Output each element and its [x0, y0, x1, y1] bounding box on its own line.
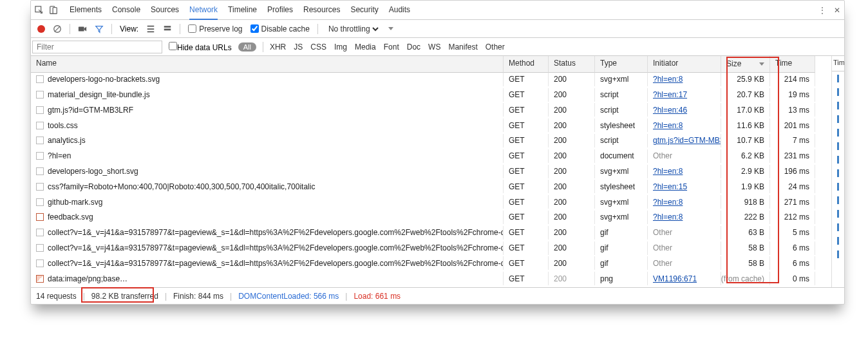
filter-type-manifest[interactable]: Manifest: [448, 42, 477, 52]
tab-security[interactable]: Security: [350, 1, 378, 20]
filter-type-doc[interactable]: Doc: [407, 42, 420, 52]
kebab-icon[interactable]: ⋮: [818, 6, 826, 15]
tab-console[interactable]: Console: [112, 1, 140, 20]
cell-name[interactable]: gtm.js?id=GTM-MB3LRF: [31, 103, 504, 117]
col-initiator[interactable]: Initiator: [648, 56, 721, 73]
cell-size[interactable]: 63 B: [721, 226, 770, 240]
cell-initiator[interactable]: ?hl=en:8: [648, 211, 721, 224]
cell-status[interactable]: 200: [549, 88, 595, 102]
cell-type[interactable]: svg+xml: [595, 211, 648, 224]
filter-type-media[interactable]: Media: [355, 42, 376, 52]
cell-size[interactable]: 58 B: [721, 241, 770, 255]
device-icon[interactable]: [49, 6, 58, 15]
cell-status[interactable]: 200: [549, 165, 595, 178]
filter-type-other[interactable]: Other: [486, 42, 505, 52]
cell-type[interactable]: gif: [595, 226, 648, 240]
cell-time[interactable]: 5 ms: [770, 226, 815, 240]
cell-initiator[interactable]: Other: [648, 226, 721, 240]
cell-time[interactable]: 212 ms: [770, 211, 815, 224]
cell-name[interactable]: collect?v=1&_v=j41&a=931578977&t=pagevie…: [31, 256, 504, 270]
col-name[interactable]: Name: [31, 56, 504, 73]
camera-icon[interactable]: [78, 24, 87, 33]
cell-initiator[interactable]: ?hl=en:8: [648, 195, 721, 209]
cell-initiator[interactable]: ?hl=en:8: [648, 165, 721, 178]
cell-size[interactable]: 11.6 KB: [721, 118, 770, 132]
cell-method[interactable]: GET: [504, 272, 549, 285]
cell-method[interactable]: GET: [504, 73, 549, 86]
cell-status[interactable]: 200: [549, 272, 595, 285]
filter-type-js[interactable]: JS: [294, 42, 303, 52]
col-time[interactable]: Time: [770, 56, 815, 73]
cell-name[interactable]: tools.css: [31, 118, 504, 132]
col-status[interactable]: Status: [549, 56, 595, 73]
cell-time[interactable]: 231 ms: [770, 149, 815, 163]
cell-time[interactable]: 214 ms: [770, 73, 815, 86]
cell-type[interactable]: stylesheet: [595, 118, 648, 132]
cell-name[interactable]: material_design_lite-bundle.js: [31, 88, 504, 102]
cell-size[interactable]: 25.9 KB: [721, 73, 770, 86]
cell-time[interactable]: 201 ms: [770, 118, 815, 132]
cell-method[interactable]: GET: [504, 180, 549, 193]
cell-initiator[interactable]: Other: [648, 149, 721, 163]
cell-name[interactable]: css?family=Roboto+Mono:400,700|Roboto:40…: [31, 180, 504, 193]
cell-name[interactable]: developers-logo_short.svg: [31, 165, 504, 178]
tab-timeline[interactable]: Timeline: [228, 1, 257, 20]
filter-icon[interactable]: [95, 24, 104, 33]
cell-type[interactable]: gif: [595, 241, 648, 255]
cell-initiator[interactable]: ?hl=en:15: [648, 180, 721, 193]
cell-method[interactable]: GET: [504, 103, 549, 117]
filter-input[interactable]: [32, 41, 162, 53]
cell-type[interactable]: svg+xml: [595, 195, 648, 209]
cell-initiator[interactable]: ?hl=en:8: [648, 73, 721, 86]
hide-data-urls-checkbox[interactable]: Hide data URLs: [169, 42, 232, 52]
throttling-select[interactable]: No throttling: [326, 24, 381, 34]
view-list-icon[interactable]: [146, 24, 155, 33]
cell-status[interactable]: 200: [549, 256, 595, 270]
cell-method[interactable]: GET: [504, 256, 549, 270]
cell-time[interactable]: 6 ms: [770, 241, 815, 255]
tab-resources[interactable]: Resources: [303, 1, 340, 20]
cell-method[interactable]: GET: [504, 211, 549, 224]
disable-cache-checkbox[interactable]: Disable cache: [250, 24, 310, 33]
cell-method[interactable]: GET: [504, 88, 549, 102]
filter-type-ws[interactable]: WS: [428, 42, 440, 52]
filter-type-css[interactable]: CSS: [310, 42, 326, 52]
clear-icon[interactable]: [53, 24, 62, 33]
cell-size[interactable]: 222 B: [721, 211, 770, 224]
cell-type[interactable]: svg+xml: [595, 73, 648, 86]
cell-initiator[interactable]: VM1196:671: [648, 272, 721, 285]
cell-method[interactable]: GET: [504, 118, 549, 132]
cell-time[interactable]: 19 ms: [770, 88, 815, 102]
cell-time[interactable]: 271 ms: [770, 195, 815, 209]
cell-time[interactable]: 6 ms: [770, 256, 815, 270]
filter-type-xhr[interactable]: XHR: [270, 42, 286, 52]
cell-size[interactable]: (from cache): [721, 272, 770, 285]
record-button[interactable]: [37, 25, 45, 33]
cell-method[interactable]: GET: [504, 149, 549, 163]
cell-name[interactable]: ?hl=en: [31, 149, 504, 163]
cell-method[interactable]: GET: [504, 134, 549, 147]
cell-status[interactable]: 200: [549, 149, 595, 163]
cell-name[interactable]: github-mark.svg: [31, 195, 504, 209]
col-method[interactable]: Method: [504, 56, 549, 73]
cell-initiator[interactable]: ?hl=en:46: [648, 103, 721, 117]
cell-initiator[interactable]: Other: [648, 241, 721, 255]
cell-status[interactable]: 200: [549, 118, 595, 132]
cell-type[interactable]: script: [595, 134, 648, 147]
cell-time[interactable]: 13 ms: [770, 103, 815, 117]
cell-status[interactable]: 200: [549, 180, 595, 193]
cell-status[interactable]: 200: [549, 103, 595, 117]
cell-status[interactable]: 200: [549, 241, 595, 255]
cell-type[interactable]: svg+xml: [595, 165, 648, 178]
cell-size[interactable]: 2.9 KB: [721, 165, 770, 178]
cell-size[interactable]: 1.9 KB: [721, 180, 770, 193]
preserve-log-checkbox[interactable]: Preserve log: [188, 24, 242, 33]
cell-status[interactable]: 200: [549, 73, 595, 86]
cell-initiator[interactable]: ?hl=en:17: [648, 88, 721, 102]
cell-method[interactable]: GET: [504, 195, 549, 209]
cell-status[interactable]: 200: [549, 134, 595, 147]
cell-name[interactable]: collect?v=1&_v=j41&a=931578977&t=pagevie…: [31, 226, 504, 240]
filter-type-font[interactable]: Font: [384, 42, 399, 52]
cell-size[interactable]: 58 B: [721, 256, 770, 270]
filter-all[interactable]: All: [238, 42, 256, 52]
